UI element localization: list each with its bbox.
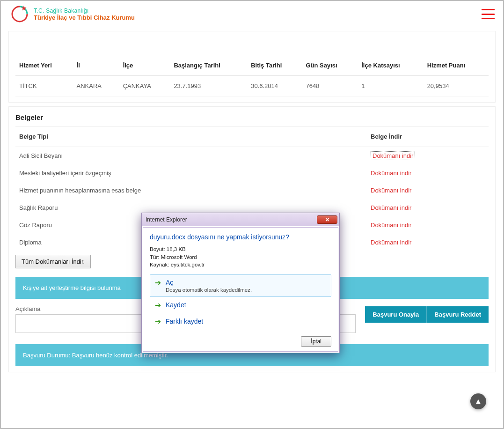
arrow-right-icon: ➔ (155, 279, 161, 287)
arrow-right-icon: ➔ (155, 302, 161, 309)
col-baslangic: Başlangıç Tarihi (170, 55, 247, 76)
download-all-button[interactable]: Tüm Dokümanları İndir. (15, 255, 91, 268)
download-link[interactable]: Dokümanı indir (371, 170, 411, 177)
dialog-title: Internet Explorer (146, 216, 187, 223)
save-option[interactable]: ➔ Kaydet (150, 297, 331, 313)
reject-button[interactable]: Başvuru Reddet (426, 306, 489, 323)
org-name-line2: Türkiye İlaç ve Tıbbi Cihaz Kurumu (34, 14, 135, 21)
documents-title: Belgeler (15, 107, 489, 126)
col-bitis: Bitiş Tarihi (247, 55, 302, 76)
org-name-line1: T.C. Sağlık Bakanlığı (34, 7, 135, 14)
logo-block: T.C. Sağlık Bakanlığı Türkiye İlaç ve Tı… (9, 4, 135, 24)
close-icon: ✕ (325, 217, 329, 223)
arrow-right-icon: ➔ (155, 318, 161, 325)
col-belge-tipi: Belge Tipi (15, 126, 367, 147)
service-table: Hizmet Yeri İl İlçe Başlangıç Tarihi Bit… (15, 55, 489, 96)
approve-button[interactable]: Başvuru Onayla (365, 306, 426, 323)
col-gun: Gün Sayısı (302, 55, 358, 76)
cancel-button[interactable]: İptal (301, 336, 331, 347)
download-link[interactable]: Dokümanı indir (371, 239, 411, 246)
app-header: T.C. Sağlık Bakanlığı Türkiye İlaç ve Tı… (1, 1, 503, 27)
download-link[interactable]: Dokümanı indir (371, 222, 411, 229)
download-link[interactable]: Dokümanı indir (371, 187, 411, 194)
open-option[interactable]: ➔ Aç Dosya otomatik olarak kaydedilmez. (150, 274, 331, 297)
dialog-meta: Boyut: 18,3 KB Tür: Microsoft Word Kayna… (150, 245, 331, 269)
col-katsayi: İlçe Katsayısı (358, 55, 423, 76)
dialog-titlebar[interactable]: Internet Explorer ✕ (142, 213, 339, 226)
belge-name: Mesleki faaliyetleri içerir özgeçmiş (15, 164, 367, 182)
save-as-option[interactable]: ➔ Farklı kaydet (150, 313, 331, 330)
menu-button[interactable] (482, 9, 495, 19)
ie-download-dialog: Internet Explorer ✕ duyuru.docx dosyasın… (141, 213, 340, 353)
col-belge-indir: Belge İndir (367, 126, 489, 147)
col-hizmet-yeri: Hizmet Yeri (15, 55, 73, 76)
download-link[interactable]: Dokümanı indir (371, 204, 411, 211)
col-il: İl (73, 55, 119, 76)
download-link[interactable]: Dokümanı indir (371, 151, 415, 160)
table-row: Hizmet puanının hesaplanmasına esas belg… (15, 182, 489, 199)
table-row: TİTCK ANKARA ÇANKAYA 23.7.1993 30.6.2014… (15, 76, 489, 96)
dialog-question: duyuru.docx dosyasını ne yapmak istiyors… (150, 233, 331, 241)
ministry-logo-icon (9, 4, 30, 24)
close-button[interactable]: ✕ (317, 215, 337, 224)
service-panel: Hizmet Yeri İl İlçe Başlangıç Tarihi Bit… (8, 31, 496, 103)
belge-name: Hizmet puanının hesaplanmasına esas belg… (15, 182, 367, 199)
table-row: Mesleki faaliyetleri içerir özgeçmişDokü… (15, 164, 489, 182)
table-row: Adli Sicil BeyanıDokümanı indir (15, 147, 489, 165)
arrow-up-icon: ▲ (475, 397, 482, 406)
belge-name: Adli Sicil Beyanı (15, 147, 367, 165)
col-ilce: İlçe (119, 55, 170, 76)
col-puan: Hizmet Puanı (424, 55, 489, 76)
scroll-to-top-button[interactable]: ▲ (470, 393, 486, 409)
